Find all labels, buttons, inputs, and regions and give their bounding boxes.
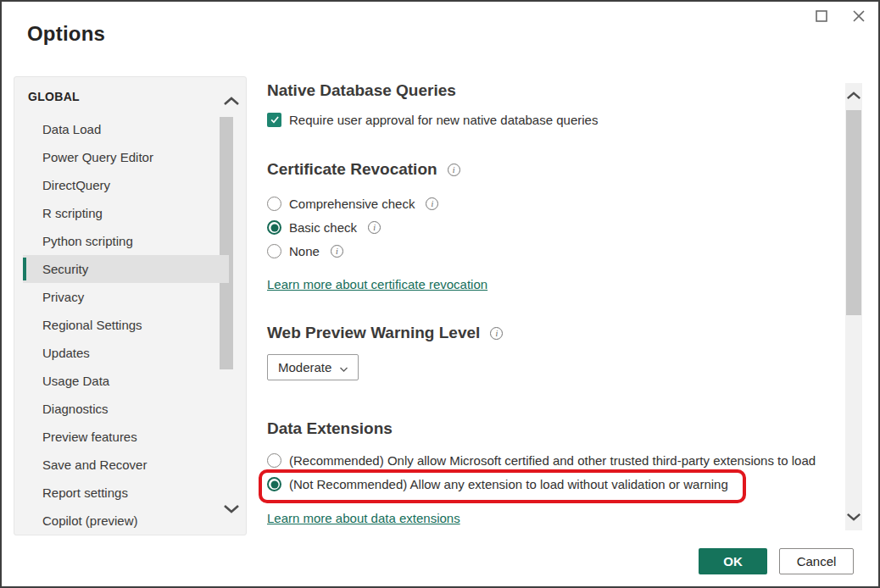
require-approval-label: Require user approval for new native dat…: [289, 113, 598, 127]
comprehensive-check-label: Comprehensive check: [289, 197, 415, 211]
sidebar-item-r-scripting[interactable]: R scripting: [23, 199, 229, 227]
basic-check-label: Basic check: [289, 220, 357, 235]
comprehensive-check-info-icon[interactable]: i: [426, 197, 438, 210]
sidebar-item-preview-features[interactable]: Preview features: [23, 423, 229, 451]
sidebar-item-power-query-editor[interactable]: Power Query Editor: [23, 143, 229, 171]
comprehensive-check-radio[interactable]: [267, 197, 281, 211]
sidebar-item-copilot-preview[interactable]: Copilot (preview): [23, 507, 229, 535]
ok-button[interactable]: OK: [699, 548, 767, 574]
content-scroll-down-button[interactable]: [845, 510, 862, 525]
basic-check-radio[interactable]: [267, 220, 281, 235]
close-icon: [852, 9, 866, 25]
comprehensive-check-radio-row[interactable]: Comprehensive check i: [267, 197, 438, 211]
cancel-button[interactable]: Cancel: [779, 548, 854, 574]
content-scrollbar-thumb[interactable]: [846, 110, 861, 315]
learn-more-certificate-revocation-link[interactable]: Learn more about certificate revocation: [267, 277, 487, 291]
certificate-revocation-heading: Certificate Revocation i: [267, 160, 460, 179]
none-label: None: [289, 244, 320, 258]
data-extensions-heading: Data Extensions: [267, 419, 393, 438]
check-icon: [270, 113, 280, 127]
sidebar-item-directquery[interactable]: DirectQuery: [23, 171, 229, 199]
none-radio[interactable]: [267, 244, 281, 258]
close-button[interactable]: [846, 6, 872, 28]
window-controls: [809, 6, 872, 28]
basic-check-radio-row[interactable]: Basic check i: [267, 220, 381, 235]
chevron-up-icon: [846, 88, 861, 103]
data-extensions-heading-text: Data Extensions: [267, 419, 393, 438]
sidebar-item-updates[interactable]: Updates: [23, 339, 229, 367]
web-preview-warning-level-heading: Web Preview Warning Level i: [267, 324, 503, 342]
sidebar-nav-list: Data Load Power Query Editor DirectQuery…: [14, 115, 229, 535]
chevron-up-icon: [223, 94, 240, 108]
sidebar-item-report-settings[interactable]: Report settings: [23, 479, 229, 507]
maximize-icon: [816, 10, 827, 25]
sidebar-item-usage-data[interactable]: Usage Data: [23, 367, 229, 395]
none-radio-row[interactable]: None i: [267, 244, 343, 258]
options-dialog: Options GLOBAL Data Load Po: [0, 0, 880, 588]
maximize-button[interactable]: [809, 6, 834, 28]
require-approval-checkbox-row[interactable]: Require user approval for new native dat…: [267, 113, 598, 127]
chevron-down-icon: [846, 510, 861, 524]
dropdown-value: Moderate: [278, 360, 331, 374]
content-scrollbar: [845, 83, 862, 530]
sidebar-section-label: GLOBAL: [28, 90, 80, 103]
content-scroll-up-button[interactable]: [845, 88, 862, 103]
web-preview-warning-level-dropdown[interactable]: Moderate: [267, 354, 359, 380]
none-info-icon[interactable]: i: [331, 245, 343, 258]
sidebar-item-save-and-recover[interactable]: Save and Recover: [23, 451, 229, 479]
sidebar-item-diagnostics[interactable]: Diagnostics: [23, 395, 229, 423]
basic-check-info-icon[interactable]: i: [368, 221, 381, 234]
sidebar: GLOBAL Data Load Power Query Editor Dire…: [14, 76, 247, 535]
sidebar-item-python-scripting[interactable]: Python scripting: [23, 227, 229, 255]
not-recommended-extensions-radio-row[interactable]: (Not Recommended) Allow any extension to…: [267, 477, 728, 491]
native-database-queries-heading: Native Database Queries: [267, 81, 456, 100]
not-recommended-extensions-radio[interactable]: [267, 477, 281, 491]
sidebar-item-data-load[interactable]: Data Load: [23, 115, 229, 143]
settings-content: Native Database Queries Require user app…: [267, 76, 837, 535]
not-recommended-extensions-label: (Not Recommended) Allow any extension to…: [289, 477, 728, 491]
certificate-revocation-info-icon[interactable]: i: [448, 164, 460, 176]
sidebar-item-regional-settings[interactable]: Regional Settings: [23, 311, 229, 339]
web-preview-warning-level-info-icon[interactable]: i: [490, 327, 503, 340]
web-preview-warning-level-heading-text: Web Preview Warning Level: [267, 324, 480, 342]
require-approval-checkbox[interactable]: [267, 113, 281, 127]
sidebar-item-security[interactable]: Security: [23, 255, 229, 283]
sidebar-scroll-up-button[interactable]: [216, 94, 247, 111]
recommended-extensions-label: (Recommended) Only allow Microsoft certi…: [289, 453, 816, 468]
certificate-revocation-heading-text: Certificate Revocation: [267, 160, 437, 179]
page-title: Options: [27, 22, 105, 46]
learn-more-data-extensions-link[interactable]: Learn more about data extensions: [267, 511, 460, 525]
recommended-extensions-radio-row[interactable]: (Recommended) Only allow Microsoft certi…: [267, 453, 816, 468]
dropdown-caret-icon: [340, 360, 348, 374]
recommended-extensions-radio[interactable]: [267, 453, 281, 468]
native-database-queries-heading-text: Native Database Queries: [267, 81, 456, 100]
sidebar-item-privacy[interactable]: Privacy: [23, 283, 229, 311]
